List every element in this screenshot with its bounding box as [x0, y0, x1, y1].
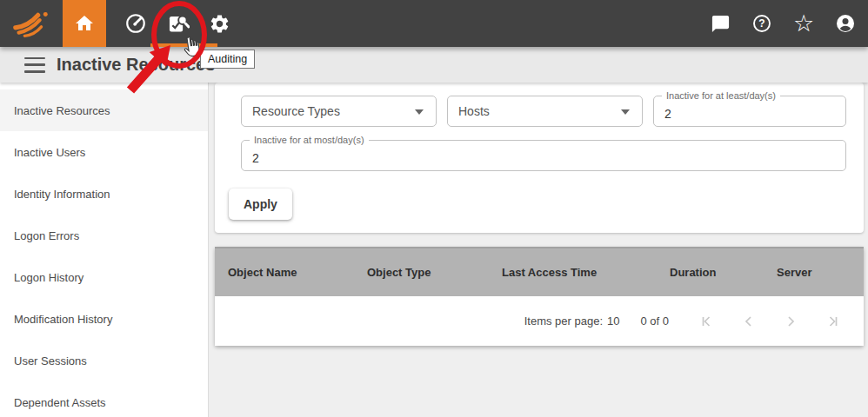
previous-page-icon[interactable]	[740, 313, 758, 330]
table-header-row: Object Name Object Type Last Access Time…	[215, 247, 864, 296]
next-page-icon[interactable]	[782, 313, 799, 330]
column-header-server: Server	[764, 266, 864, 279]
chevron-down-icon	[415, 109, 424, 115]
svg-text:?: ?	[758, 17, 765, 30]
chat-bubble-icon[interactable]	[710, 0, 731, 47]
top-navbar: ? ☆	[0, 0, 868, 47]
first-page-icon[interactable]	[698, 313, 716, 330]
settings-gear-nav-icon[interactable]	[198, 0, 240, 47]
chevron-down-icon	[621, 109, 630, 115]
resource-types-select-label: Resource Types	[252, 104, 340, 118]
hand-cursor-icon	[179, 33, 205, 62]
items-per-page-value[interactable]: 10	[607, 314, 619, 328]
sidebar-item-logon-errors[interactable]: Logon Errors	[0, 215, 208, 256]
column-header-last-access-time: Last Access Time	[489, 266, 657, 279]
items-per-page-label: Items per page:	[524, 314, 603, 328]
account-circle-icon[interactable]	[835, 0, 856, 47]
inactive-at-most-field: Inactive for at most/day(s)	[241, 140, 846, 171]
last-page-icon[interactable]	[824, 313, 841, 330]
inactive-at-least-label: Inactive for at least/day(s)	[662, 90, 780, 101]
auditing-tooltip: Auditing	[200, 50, 255, 69]
star-outline-icon[interactable]: ☆	[793, 0, 814, 47]
sidebar-item-inactive-users[interactable]: Inactive Users	[0, 131, 208, 173]
results-table: Object Name Object Type Last Access Time…	[215, 247, 864, 346]
sidebar-item-inactive-resources[interactable]: Inactive Resources	[0, 89, 208, 131]
inactive-at-least-field: Inactive for at least/day(s)	[653, 96, 846, 127]
inactive-at-least-input[interactable]	[654, 96, 845, 126]
main-content: Resource Types Hosts Inactive for at lea…	[210, 83, 868, 417]
resource-types-select[interactable]: Resource Types	[241, 96, 437, 127]
inactive-at-most-input[interactable]	[242, 141, 845, 170]
hosts-select-label: Hosts	[458, 104, 490, 118]
netwrix-logo-icon	[0, 0, 63, 47]
sidebar-item-logon-history[interactable]: Logon History	[0, 256, 208, 298]
help-outline-icon[interactable]: ?	[751, 0, 772, 47]
risk-gauge-nav-icon[interactable]	[115, 0, 157, 47]
column-header-object-name: Object Name	[215, 266, 354, 279]
sidebar-item-dependent-assets[interactable]: Dependent Assets	[0, 381, 208, 417]
apply-button[interactable]: Apply	[229, 189, 292, 220]
title-bar: Inactive Resources	[0, 47, 868, 83]
column-header-object-type: Object Type	[354, 266, 489, 279]
home-nav-icon[interactable]	[63, 0, 106, 47]
sidebar-item-modification-history[interactable]: Modification History	[0, 298, 208, 340]
page-range-label: 0 of 0	[640, 314, 669, 328]
sidebar: Inactive Resources Inactive Users Identi…	[0, 83, 209, 417]
sidebar-item-user-sessions[interactable]: User Sessions	[0, 340, 208, 381]
hosts-select[interactable]: Hosts	[447, 96, 643, 127]
hamburger-menu-icon[interactable]	[24, 57, 45, 73]
sidebar-item-identity-information[interactable]: Identity Information	[0, 173, 208, 215]
table-pagination-row: Items per page: 10 0 of 0	[215, 296, 864, 346]
filter-panel: Resource Types Hosts Inactive for at lea…	[215, 83, 864, 233]
inactive-at-most-label: Inactive for at most/day(s)	[250, 135, 369, 145]
column-header-duration: Duration	[657, 266, 764, 279]
